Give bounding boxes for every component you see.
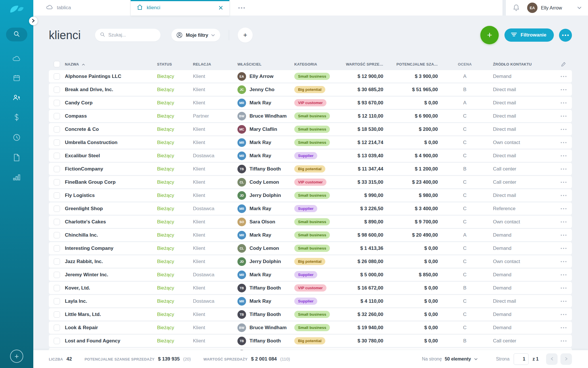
table-row[interactable]: Excalibur Steel Bieżący Dostawca MR Mark… <box>49 150 572 162</box>
client-name[interactable]: Concrete & Co <box>65 126 157 132</box>
client-name[interactable]: FictionCompany <box>65 166 157 172</box>
sidebar-item-board[interactable] <box>12 55 21 63</box>
table-row[interactable]: Break and Drive, Inc. Bieżący Klient JC … <box>49 83 572 96</box>
row-checkbox[interactable] <box>54 219 60 225</box>
row-menu-button[interactable] <box>555 340 572 342</box>
client-name[interactable]: Greenlight Shop <box>65 206 157 212</box>
client-name[interactable]: Lost and Found Agency <box>65 338 157 344</box>
sidebar-item-contacts[interactable] <box>12 94 21 102</box>
next-page-button[interactable] <box>560 353 572 365</box>
client-name[interactable]: Break and Drive, Inc. <box>65 87 157 93</box>
row-checkbox[interactable] <box>54 87 60 93</box>
column-header-source[interactable]: ŹRÓDŁO KONTAKTU <box>492 62 555 66</box>
row-checkbox[interactable] <box>54 126 60 133</box>
table-row[interactable]: Lost and Found Agency Bieżący Klient TB … <box>49 335 572 347</box>
client-name[interactable]: Fly Logistics <box>65 193 157 198</box>
column-header-owner[interactable]: WŁAŚCICIEL <box>237 62 294 66</box>
row-menu-button[interactable] <box>555 221 572 223</box>
column-header-value[interactable]: WARTOŚĆ SPRZE… <box>337 62 383 66</box>
client-name[interactable]: Look & Repair <box>65 325 157 331</box>
table-row[interactable]: Jeremy Winter Inc. Bieżący Dostawca MR M… <box>49 269 572 281</box>
row-menu-button[interactable] <box>555 248 572 249</box>
client-name[interactable]: Charlotte's Cakes <box>65 219 157 225</box>
client-name[interactable]: Alphonse Paintings LLC <box>65 74 157 79</box>
row-menu-button[interactable] <box>555 327 572 328</box>
row-menu-button[interactable] <box>555 301 572 302</box>
filter-button[interactable]: Filtrowanie <box>504 28 554 42</box>
table-row[interactable]: Umbrella Construction Bieżący Klient MR … <box>49 136 572 149</box>
close-icon[interactable] <box>217 4 224 11</box>
row-checkbox[interactable] <box>54 338 60 344</box>
table-row[interactable]: Greenlight Shop Bieżący Dostawca MR Mark… <box>49 202 572 215</box>
sidebar-item-calendar[interactable] <box>13 74 20 83</box>
sidebar-item-documents[interactable] <box>13 154 20 163</box>
tab-tablica[interactable]: tablica <box>33 0 131 16</box>
client-name[interactable]: Compass <box>65 113 157 119</box>
my-filters-dropdown[interactable]: Moje filtry <box>171 29 220 41</box>
column-header-grade[interactable]: OCENA <box>438 62 492 66</box>
client-name[interactable]: Jeremy Winter Inc. <box>65 272 157 278</box>
sidebar-item-activities[interactable] <box>13 133 21 143</box>
previous-page-button[interactable] <box>546 353 558 365</box>
row-menu-button[interactable] <box>555 261 572 262</box>
row-checkbox[interactable] <box>54 232 60 238</box>
row-checkbox[interactable] <box>54 285 60 291</box>
column-header-status[interactable]: STATUS <box>157 62 193 66</box>
select-all-checkbox[interactable] <box>54 61 60 67</box>
client-name[interactable]: Interesting Company <box>65 246 157 251</box>
table-row[interactable]: Concrete & Co Bieżący Klient MC Mary Cla… <box>49 123 572 135</box>
add-client-button[interactable]: + <box>480 26 499 44</box>
client-name[interactable]: FineBank Group Corp <box>65 179 157 185</box>
more-actions-button[interactable] <box>559 29 572 42</box>
row-checkbox[interactable] <box>54 113 60 119</box>
row-checkbox[interactable] <box>54 153 60 159</box>
table-row[interactable]: Charlotte's Cakes Bieżący Klient SO Sara… <box>49 216 572 228</box>
edit-columns-icon[interactable] <box>555 62 572 67</box>
row-menu-button[interactable] <box>555 129 572 130</box>
row-checkbox[interactable] <box>54 258 60 265</box>
sidebar-expand-button[interactable] <box>29 17 38 25</box>
row-menu-button[interactable] <box>555 195 572 196</box>
add-filter-button[interactable]: + <box>238 28 253 43</box>
row-menu-button[interactable] <box>555 235 572 236</box>
column-header-category[interactable]: KATEGORIA <box>294 62 337 66</box>
sidebar-add-button[interactable]: + <box>10 350 23 363</box>
table-row[interactable]: Kover, Ltd. Bieżący Klient TB Tiffany Bo… <box>49 282 572 294</box>
search-box[interactable] <box>95 29 160 41</box>
row-checkbox[interactable] <box>54 192 60 199</box>
table-row[interactable]: Fly Logistics Bieżący Klient JD Jerry Do… <box>49 189 572 202</box>
client-name[interactable]: Layla Inc. <box>65 298 157 304</box>
row-menu-button[interactable] <box>555 208 572 209</box>
table-row[interactable]: FictionCompany Bieżący Klient TB Tiffany… <box>49 163 572 175</box>
column-header-potential[interactable]: POTENCJALNE SZA… <box>383 62 438 66</box>
client-name[interactable]: Little Mars, Ltd. <box>65 312 157 317</box>
row-menu-button[interactable] <box>555 102 572 103</box>
sidebar-item-sales[interactable] <box>13 113 20 122</box>
client-name[interactable]: Excalibur Steel <box>65 153 157 159</box>
row-menu-button[interactable] <box>555 288 572 289</box>
row-menu-button[interactable] <box>555 155 572 156</box>
row-checkbox[interactable] <box>54 245 60 252</box>
table-row[interactable]: Look & Repair Bieżący Klient BW Bruce Wi… <box>49 321 572 334</box>
page-number-input[interactable] <box>514 353 529 365</box>
column-header-relation[interactable]: RELACJA <box>193 62 237 66</box>
user-avatar[interactable]: EA <box>527 3 537 13</box>
sidebar-search-button[interactable] <box>6 28 27 41</box>
row-checkbox[interactable] <box>54 272 60 278</box>
row-checkbox[interactable] <box>54 100 60 106</box>
table-row[interactable]: Compass Bieżący Partner BW Bruce Windham… <box>49 110 572 122</box>
row-menu-button[interactable] <box>555 168 572 170</box>
client-name[interactable]: Umbrella Construction <box>65 140 157 145</box>
row-checkbox[interactable] <box>54 73 60 80</box>
table-row[interactable]: Layla Inc. Bieżący Dostawca MR Mark Ray … <box>49 295 572 307</box>
client-name[interactable]: Chinchilla Inc. <box>65 232 157 238</box>
row-menu-button[interactable] <box>555 116 572 117</box>
row-menu-button[interactable] <box>555 89 572 90</box>
row-checkbox[interactable] <box>54 311 60 318</box>
table-row[interactable]: FineBank Group Corp Bieżący Klient CL Co… <box>49 176 572 188</box>
chevron-down-icon[interactable] <box>577 6 582 9</box>
per-page-select[interactable]: Na stronę 50 elementy <box>422 356 478 362</box>
row-checkbox[interactable] <box>54 179 60 185</box>
search-input[interactable] <box>108 32 151 38</box>
table-row[interactable]: Alphonse Paintings LLC Bieżący Klient EA… <box>49 70 572 83</box>
